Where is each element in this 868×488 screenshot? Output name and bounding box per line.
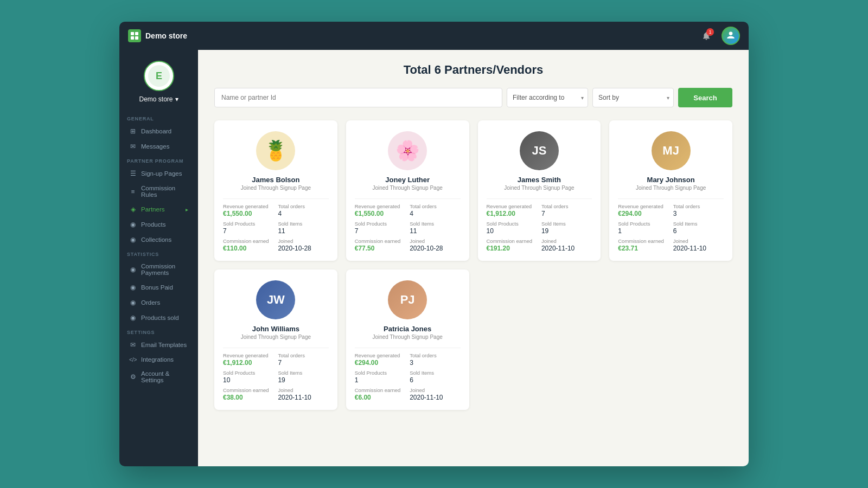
partner-name: James Bolson bbox=[223, 176, 329, 184]
signup-icon: ☰ bbox=[129, 170, 137, 177]
topbar-actions: 1 bbox=[698, 27, 740, 45]
partner-stat-joined: Joined 2020-11-10 bbox=[278, 387, 328, 401]
sidebar-partner-program-label: PARTNER PROGRAM bbox=[119, 154, 198, 166]
partner-avatar-wrap: PJ bbox=[355, 280, 461, 319]
sidebar-item-partners[interactable]: ◈ Partners ▸ bbox=[122, 202, 196, 217]
sidebar-store-name[interactable]: Demo store ▾ bbox=[139, 95, 178, 103]
sidebar-store: E Demo store ▾ bbox=[119, 50, 198, 112]
partner-stats: Revenue generated €294.00 Total orders 3… bbox=[355, 352, 461, 401]
partner-stats: Revenue generated €1,912.00 Total orders… bbox=[223, 352, 329, 401]
topbar-title: Demo store bbox=[145, 31, 187, 40]
partner-stats: Revenue generated €1,550.00 Total orders… bbox=[355, 203, 461, 252]
partner-stat-sold-products: Sold Products 10 bbox=[487, 221, 537, 235]
sidebar-item-products-sold[interactable]: ◉ Products sold bbox=[122, 310, 196, 325]
sidebar-item-commission-payments[interactable]: ◉ Commission Payments bbox=[122, 259, 196, 280]
svg-rect-0 bbox=[131, 32, 134, 35]
sidebar-item-orders[interactable]: ◉ Orders bbox=[122, 295, 196, 310]
sidebar-item-account-settings[interactable]: ⚙ Account & Settings bbox=[122, 367, 196, 387]
partner-stat-revenue: Revenue generated €1,550.00 bbox=[355, 203, 405, 217]
partner-stat-revenue: Revenue generated €1,550.00 bbox=[223, 203, 273, 217]
sidebar-item-products[interactable]: ◉ Products bbox=[122, 217, 196, 232]
sidebar-item-collections[interactable]: ◉ Collections bbox=[122, 232, 196, 247]
notification-button[interactable]: 1 bbox=[698, 27, 715, 44]
partner-stat-joined: Joined 2020-10-28 bbox=[278, 238, 328, 252]
partner-stat-joined: Joined 2020-11-10 bbox=[673, 238, 724, 252]
partner-stat-joined: Joined 2020-11-10 bbox=[541, 238, 592, 252]
partner-stat-orders: Total orders 3 bbox=[673, 203, 724, 217]
partner-card[interactable]: JS James Smith Joined Through Signup Pag… bbox=[478, 120, 601, 261]
partner-stat-orders: Total orders 3 bbox=[410, 352, 460, 367]
sidebar-item-commission-rules[interactable]: ≡ Commission Rules bbox=[122, 181, 196, 202]
partner-stat-sold-items: Sold Items 11 bbox=[410, 221, 460, 235]
partner-stat-sold-products: Sold Products 1 bbox=[355, 370, 405, 384]
topbar-avatar[interactable] bbox=[722, 27, 740, 45]
email-templates-icon: ✉ bbox=[129, 341, 137, 349]
partner-join-text: Joined Through Signup Page bbox=[355, 185, 461, 191]
sidebar-item-integrations[interactable]: </> Integrations bbox=[122, 352, 196, 367]
partner-card[interactable]: 🌸 Joney Luther Joined Through Signup Pag… bbox=[346, 120, 469, 261]
partner-stats: Revenue generated €1,550.00 Total orders… bbox=[223, 203, 329, 252]
page-title: Total 6 Partners/Vendors bbox=[214, 63, 732, 77]
partner-avatar-wrap: MJ bbox=[618, 131, 724, 170]
sidebar-settings-label: SETTINGS bbox=[119, 325, 198, 337]
partner-stat-joined: Joined 2020-10-28 bbox=[410, 238, 460, 252]
partner-avatar-wrap: JS bbox=[487, 131, 592, 170]
partner-stat-sold-items: Sold Items 19 bbox=[278, 370, 328, 384]
search-input[interactable] bbox=[214, 88, 502, 107]
filter-select[interactable]: Filter according to bbox=[507, 88, 588, 107]
partner-stat-commission: Commission earned €191.20 bbox=[487, 238, 537, 252]
partner-join-text: Joined Through Signup Page bbox=[487, 185, 592, 191]
partner-name: Mary Johnson bbox=[618, 176, 724, 184]
content-area: Total 6 Partners/Vendors Filter accordin… bbox=[198, 50, 749, 466]
partner-stat-revenue: Revenue generated €1,912.00 bbox=[487, 203, 537, 217]
sidebar-item-bonus-paid[interactable]: ◉ Bonus Paid bbox=[122, 280, 196, 295]
search-button[interactable]: Search bbox=[678, 88, 732, 107]
partner-stat-orders: Total orders 7 bbox=[541, 203, 592, 217]
partner-join-text: Joined Through Signup Page bbox=[618, 185, 724, 191]
partners-grid: 🍍 James Bolson Joined Through Signup Pag… bbox=[214, 120, 732, 410]
partner-stat-revenue: Revenue generated €1,912.00 bbox=[223, 352, 273, 367]
svg-rect-2 bbox=[131, 36, 134, 40]
dashboard-icon: ⊞ bbox=[129, 127, 137, 135]
products-sold-icon: ◉ bbox=[129, 314, 137, 322]
integrations-icon: </> bbox=[129, 357, 137, 363]
svg-text:E: E bbox=[155, 70, 162, 81]
products-icon: ◉ bbox=[129, 221, 137, 228]
partner-card[interactable]: 🍍 James Bolson Joined Through Signup Pag… bbox=[214, 120, 337, 261]
svg-rect-3 bbox=[135, 36, 138, 40]
partner-stat-revenue: Revenue generated €294.00 bbox=[355, 352, 405, 367]
partner-stat-sold-products: Sold Products 7 bbox=[223, 221, 273, 235]
partner-stats: Revenue generated €1,912.00 Total orders… bbox=[487, 203, 592, 252]
sidebar-item-signup[interactable]: ☰ Sign-up Pages bbox=[122, 166, 196, 181]
logo-icon bbox=[128, 29, 141, 42]
partner-card[interactable]: MJ Mary Johnson Joined Through Signup Pa… bbox=[609, 120, 732, 261]
partner-card[interactable]: PJ Patricia Jones Joined Through Signup … bbox=[346, 269, 469, 410]
account-settings-icon: ⚙ bbox=[129, 373, 137, 381]
commission-rules-icon: ≡ bbox=[129, 188, 137, 195]
svg-rect-1 bbox=[135, 32, 138, 35]
partner-stats: Revenue generated €294.00 Total orders 3… bbox=[618, 203, 724, 252]
sidebar-general-label: GENERAL bbox=[119, 112, 198, 124]
sort-select-wrap: Sort by bbox=[592, 88, 674, 107]
sort-select[interactable]: Sort by bbox=[592, 88, 674, 107]
sidebar-store-avatar: E bbox=[144, 61, 174, 91]
notification-badge: 1 bbox=[706, 28, 714, 36]
partner-card[interactable]: JW John Williams Joined Through Signup P… bbox=[214, 269, 337, 410]
sidebar-item-messages[interactable]: ✉ Messages bbox=[122, 139, 196, 154]
partner-avatar-wrap: 🌸 bbox=[355, 131, 461, 170]
orders-icon: ◉ bbox=[129, 299, 137, 306]
sidebar-item-email-templates[interactable]: ✉ Email Templates bbox=[122, 337, 196, 352]
content-inner: Total 6 Partners/Vendors Filter accordin… bbox=[198, 50, 749, 466]
partner-stat-orders: Total orders 4 bbox=[278, 203, 328, 217]
partner-stat-sold-items: Sold Items 6 bbox=[673, 221, 724, 235]
partner-join-text: Joined Through Signup Page bbox=[223, 185, 329, 191]
partner-join-text: Joined Through Signup Page bbox=[355, 334, 461, 340]
partner-stat-sold-products: Sold Products 1 bbox=[618, 221, 668, 235]
partner-stat-commission: Commission earned €110.00 bbox=[223, 238, 273, 252]
topbar: Demo store 1 bbox=[119, 22, 749, 50]
partners-icon: ◈ bbox=[129, 206, 137, 213]
partner-stat-sold-products: Sold Products 10 bbox=[223, 370, 273, 384]
partner-avatar: PJ bbox=[388, 280, 427, 319]
partner-name: John Williams bbox=[223, 325, 329, 333]
sidebar-item-dashboard[interactable]: ⊞ Dashboard bbox=[122, 124, 196, 139]
